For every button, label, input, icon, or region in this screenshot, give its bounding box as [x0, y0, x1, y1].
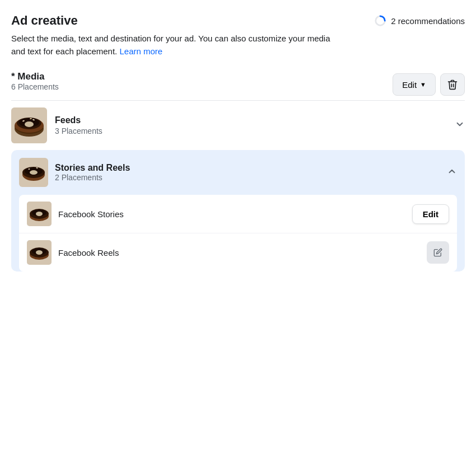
feeds-info: Feeds 3 Placements	[55, 115, 448, 135]
fb-reels-thumbnail	[27, 240, 52, 265]
recommendations-badge: 2 recommendations	[374, 15, 465, 27]
stories-donut-image	[19, 158, 48, 187]
spinner-icon	[374, 15, 386, 27]
stories-info: Stories and Reels 2 Placements	[55, 163, 447, 182]
svg-point-16	[30, 170, 38, 175]
feeds-name: Feeds	[55, 115, 448, 125]
feeds-thumbnail	[11, 107, 47, 143]
feeds-sub: 3 Placements	[55, 127, 448, 135]
media-actions: Edit ▼	[393, 73, 465, 96]
trash-icon	[447, 79, 458, 90]
page-title: Ad creative	[11, 13, 78, 28]
media-label: * Media 6 Placements	[11, 71, 59, 98]
facebook-stories-row: Facebook Stories Edit	[19, 195, 457, 233]
facebook-reels-row: Facebook Reels	[19, 233, 457, 272]
fb-stories-donut-image	[27, 202, 52, 226]
feeds-chevron-down-icon	[448, 119, 465, 132]
fb-stories-edit-button[interactable]: Edit	[412, 204, 449, 224]
feeds-donut-image	[11, 107, 47, 143]
stories-reels-header[interactable]: Stories and Reels 2 Placements	[19, 158, 457, 187]
stories-sub: 2 Placements	[55, 173, 447, 182]
placements-count: 6 Placements	[11, 82, 59, 91]
pencil-icon	[433, 248, 442, 257]
svg-point-8	[25, 121, 34, 127]
stories-chevron-up-icon	[447, 166, 457, 179]
recommendations-text: 2 recommendations	[391, 16, 465, 26]
stories-name: Stories and Reels	[55, 163, 447, 173]
fb-reels-pencil-button[interactable]	[427, 241, 449, 264]
stories-thumbnail	[19, 158, 48, 187]
sub-placements-list: Facebook Stories Edit Facebook Reels	[19, 195, 457, 272]
fb-stories-name: Facebook Stories	[58, 209, 412, 219]
header-row: Ad creative 2 recommendations	[11, 13, 465, 28]
fb-reels-donut-image	[27, 240, 52, 265]
feeds-placement-row[interactable]: Feeds 3 Placements	[11, 100, 465, 150]
edit-label: Edit	[402, 80, 417, 90]
svg-point-28	[36, 250, 43, 255]
learn-more-link[interactable]: Learn more	[119, 46, 162, 56]
media-section-header: * Media 6 Placements Edit ▼	[11, 71, 465, 98]
description-text: Select the media, text and destination f…	[11, 32, 336, 58]
fb-stories-thumbnail	[27, 202, 52, 226]
fb-reels-name: Facebook Reels	[58, 248, 427, 258]
svg-point-23	[36, 212, 43, 216]
trash-button[interactable]	[440, 73, 465, 96]
media-title: * Media	[11, 71, 59, 82]
dropdown-arrow-icon: ▼	[420, 81, 426, 88]
edit-button[interactable]: Edit ▼	[393, 73, 436, 96]
stories-reels-section: Stories and Reels 2 Placements Facebook …	[11, 150, 465, 272]
